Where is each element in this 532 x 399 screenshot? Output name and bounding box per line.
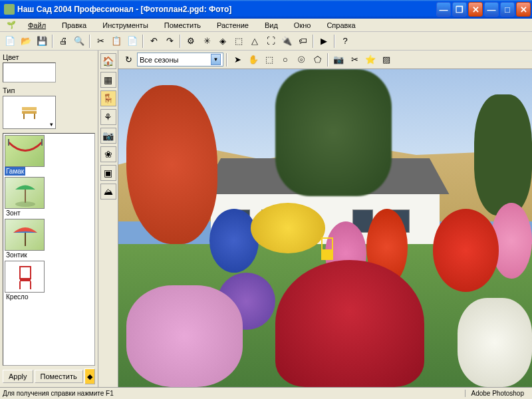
- separator: [313, 35, 314, 48]
- tool7-button[interactable]: 🔌: [279, 34, 294, 49]
- hammock-icon: [5, 135, 45, 167]
- list-item[interactable]: Зонтик: [5, 219, 93, 259]
- app-icon: [4, 4, 15, 15]
- mask-tool[interactable]: ▨: [379, 53, 394, 67]
- help-button[interactable]: ?: [338, 34, 352, 49]
- tool2-button[interactable]: ✳: [200, 34, 214, 49]
- parasol-icon: [5, 219, 45, 251]
- run-button[interactable]: ▶: [317, 34, 331, 49]
- object-panel: Цвет Тип Гамак Зонт Зонтик: [0, 51, 98, 387]
- white-daisies: [458, 298, 532, 387]
- close-inner-button[interactable]: ✕: [468, 2, 483, 17]
- list-item[interactable]: Кресло: [5, 261, 93, 301]
- separator: [226, 53, 227, 66]
- open-button[interactable]: 📂: [19, 34, 33, 49]
- save-button[interactable]: 💾: [35, 34, 49, 49]
- flower-category[interactable]: ❀: [100, 146, 116, 162]
- refresh-button[interactable]: ↻: [121, 53, 136, 67]
- redo-button[interactable]: ↷: [162, 34, 177, 49]
- snap-tool[interactable]: 📷: [331, 53, 346, 67]
- cut-button[interactable]: ✂: [93, 34, 108, 49]
- tool6-button[interactable]: ⛶: [263, 34, 278, 49]
- minimize-outer-button[interactable]: —: [484, 2, 499, 17]
- tool8-button[interactable]: 🏷: [295, 34, 310, 49]
- warning-button[interactable]: ◆: [84, 368, 95, 384]
- status-bar: Для получения справки нажмите F1 Adobe P…: [0, 387, 532, 399]
- groups-category[interactable]: ⚘: [100, 109, 116, 125]
- separator: [142, 35, 144, 48]
- poly-tool[interactable]: ⬠: [310, 53, 325, 67]
- status-help: Для получения справки нажмите F1: [3, 390, 114, 397]
- bench-icon: [19, 104, 39, 120]
- item-label: Кресло: [5, 293, 29, 301]
- separator: [52, 35, 53, 48]
- main-area: ↻ Все сезоны ▼ ➤ ✋ ⬚ ○ ⦾ ⬠ 📷 ✂ ⭐ ▨: [118, 51, 532, 387]
- print-button[interactable]: 🖨: [56, 34, 70, 49]
- menu-plant[interactable]: Растение: [209, 20, 257, 31]
- menu-bar: 🌱 Файл Правка Инструменты Поместить Раст…: [0, 19, 532, 32]
- menu-place[interactable]: Поместить: [156, 20, 209, 31]
- tool4-button[interactable]: ⬚: [231, 34, 246, 49]
- season-value: Все сезоны: [140, 56, 178, 64]
- season-combo[interactable]: Все сезоны ▼: [137, 53, 223, 66]
- copy-button[interactable]: 📋: [109, 34, 124, 49]
- furniture-category[interactable]: 🪑: [100, 90, 116, 106]
- red-bush: [275, 260, 424, 387]
- umbrella-icon: [5, 177, 45, 209]
- svg-rect-1: [23, 114, 25, 119]
- yellow-flowers: [251, 203, 325, 253]
- menu-file[interactable]: Файл: [20, 20, 54, 31]
- house-category[interactable]: 🏠: [100, 53, 116, 69]
- preview-button[interactable]: 🔍: [72, 34, 86, 49]
- list-item[interactable]: Зонт: [5, 177, 93, 217]
- select-rect-tool[interactable]: ⬚: [262, 53, 277, 67]
- green-tree: [275, 69, 391, 196]
- list-item[interactable]: Гамак: [5, 135, 93, 176]
- paste-button[interactable]: 📄: [125, 34, 140, 49]
- hand-tool[interactable]: ✋: [246, 53, 261, 67]
- menu-view[interactable]: Вид: [257, 20, 286, 31]
- fence-category[interactable]: ▦: [100, 72, 116, 88]
- cut-tool[interactable]: ✂: [347, 53, 362, 67]
- title-bar: Наш Сад 2004 Профессионал - [Фотоплан2.p…: [0, 0, 532, 19]
- item-list[interactable]: Гамак Зонт Зонтик Кресло: [3, 133, 95, 366]
- album-category[interactable]: ▣: [100, 165, 116, 181]
- undo-button[interactable]: ↶: [146, 34, 161, 49]
- svg-rect-2: [34, 114, 35, 119]
- color-swatch[interactable]: [3, 63, 56, 82]
- apply-button[interactable]: Apply: [3, 370, 33, 383]
- menu-tools[interactable]: Инструменты: [94, 20, 156, 31]
- svg-rect-0: [22, 111, 37, 114]
- pointer-tool[interactable]: ➤: [230, 53, 245, 67]
- separator: [89, 35, 90, 48]
- menu-edit[interactable]: Правка: [54, 20, 94, 31]
- type-selector[interactable]: [3, 96, 56, 129]
- garden-scene: [118, 69, 532, 387]
- new-button[interactable]: 📄: [3, 34, 17, 49]
- lasso-tool[interactable]: ⦾: [294, 53, 309, 67]
- color-group: Цвет: [3, 53, 95, 82]
- panel-buttons: Apply Поместить ◆: [3, 366, 95, 384]
- tool1-button[interactable]: ⚙: [184, 34, 198, 49]
- minimize-button[interactable]: —: [436, 2, 451, 17]
- tool3-button[interactable]: ◈: [215, 34, 230, 49]
- item-label: Зонтик: [5, 251, 29, 259]
- design-canvas[interactable]: [118, 69, 532, 387]
- app-menu-icon[interactable]: 🌱: [3, 19, 20, 31]
- chevron-down-icon: ▼: [211, 54, 221, 65]
- restore-button[interactable]: ❐: [452, 2, 467, 17]
- wand-tool[interactable]: ⭐: [363, 53, 378, 67]
- separator: [334, 35, 335, 48]
- item-label: Зонт: [5, 209, 22, 217]
- place-button[interactable]: Поместить: [35, 370, 83, 383]
- menu-window[interactable]: Окно: [286, 20, 319, 31]
- select-ellipse-tool[interactable]: ○: [278, 53, 293, 67]
- camera-category[interactable]: 📷: [100, 128, 116, 144]
- tool5-button[interactable]: △: [247, 34, 262, 49]
- menu-help[interactable]: Справка: [319, 20, 363, 31]
- terrain-category[interactable]: ⛰: [100, 184, 116, 200]
- maximize-button[interactable]: □: [500, 2, 515, 17]
- close-button[interactable]: ✕: [516, 2, 531, 17]
- svg-rect-10: [20, 279, 31, 281]
- yellow-chair: [321, 237, 334, 259]
